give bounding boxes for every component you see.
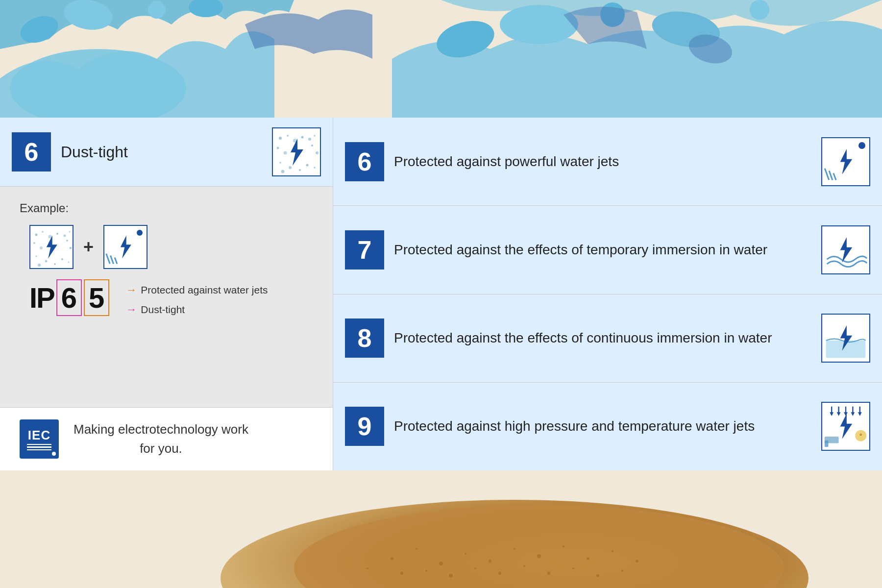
svg-point-43 [277,147,279,149]
ip-row-text-7: Protected against the effects of tempora… [394,241,811,259]
svg-point-34 [572,567,574,569]
dust-number: 6 [24,137,39,167]
svg-point-62 [66,240,68,242]
plus-sign: + [83,237,94,257]
svg-point-17 [439,562,443,565]
ip-row-text-6: Protected against powerful water jets [394,152,811,171]
arrow-label-2: Dust-tight [141,304,185,316]
top-splash-area [0,0,882,118]
ip-row-icon-7 [821,225,870,274]
svg-point-37 [279,137,282,140]
svg-point-7 [500,5,578,44]
svg-point-54 [35,234,38,236]
example-icons-row: + [29,225,313,269]
water-dot [137,230,143,236]
right-number-9: 9 [345,407,384,446]
svg-point-21 [537,554,541,558]
svg-point-24 [612,550,613,552]
svg-point-57 [56,233,58,235]
svg-point-23 [587,557,589,560]
svg-point-27 [400,572,403,575]
iec-logo: IEC [20,419,59,459]
example-water-icon [103,225,147,269]
svg-point-55 [42,231,44,233]
svg-point-38 [287,135,289,137]
svg-marker-72 [840,149,853,174]
svg-point-10 [750,0,769,20]
svg-point-22 [563,545,564,547]
svg-point-50 [314,167,316,169]
iec-tagline: Making electrotechnology work for you. [74,420,248,458]
svg-point-18 [465,553,466,555]
svg-point-68 [38,264,41,267]
svg-point-30 [474,567,476,569]
svg-marker-85 [858,413,862,416]
right-number-6: 6 [345,142,384,181]
dust-icon-box [272,127,321,176]
right-badge-6: 6 [358,147,372,176]
svg-point-19 [489,560,491,563]
arrow-row-2: → Dust-tight [126,303,268,316]
svg-point-32 [523,565,525,567]
svg-point-66 [61,258,63,260]
svg-point-52 [299,169,301,171]
svg-point-46 [316,151,318,154]
svg-point-65 [45,260,48,263]
svg-point-29 [449,574,453,578]
svg-point-59 [69,231,71,233]
ip-text: IP [29,281,54,314]
svg-point-58 [64,235,66,237]
svg-marker-73 [840,237,853,263]
svg-point-28 [425,570,427,572]
svg-marker-90 [840,414,853,439]
svg-marker-75 [840,325,853,351]
iec-footer: IEC Making electrotechnology work for yo… [0,407,333,470]
pink-arrow-icon: → [126,303,137,316]
ip-row-9: 9 Protected against high pressure and te… [333,383,882,470]
svg-marker-53 [291,139,303,166]
ip-arrows: → Protected against water jets → Dust-ti… [126,279,268,316]
iec-logo-dot [52,452,56,456]
left-panel: 6 Dust-tight [0,118,333,470]
svg-point-31 [498,572,501,575]
iec-logo-text: IEC [28,428,50,443]
right-number-7: 7 [345,230,384,270]
svg-point-26 [367,567,368,569]
svg-point-41 [308,138,311,141]
dust-tight-row: 6 Dust-tight [0,118,333,187]
svg-point-36 [621,570,623,572]
svg-point-16 [416,548,417,550]
right-badge-7: 7 [358,235,372,265]
arrow-label-1: Protected against water jets [141,284,268,296]
svg-point-49 [306,164,309,167]
ip-row-8: 8 Protected against the effects of conti… [333,294,882,383]
svg-point-60 [33,242,35,244]
svg-marker-77 [830,413,833,416]
dust-number-badge: 6 [12,132,51,172]
example-dust-icon [29,225,74,269]
ip-row-6: 6 Protected against powerful water jets [333,118,882,206]
right-badge-8: 8 [358,323,372,353]
svg-marker-71 [121,236,131,259]
svg-point-61 [40,246,43,249]
svg-point-4 [148,1,166,19]
svg-point-45 [311,145,313,147]
svg-point-20 [514,548,515,550]
svg-point-64 [35,255,37,257]
ip-row-text-9: Protected against high pressure and temp… [394,417,811,436]
ip-row-icon-6 [821,137,870,186]
bottom-sand-area [0,470,882,588]
main-content: 6 Dust-tight [0,118,882,470]
right-badge-9: 9 [358,412,372,441]
svg-point-67 [68,261,70,263]
svg-point-47 [279,162,281,164]
ip-row-7: 7 Protected against the effects of tempo… [333,206,882,294]
svg-point-35 [596,574,599,577]
svg-point-42 [314,135,316,137]
svg-point-48 [289,166,292,169]
ip-row-text-8: Protected against the effects of continu… [394,329,811,347]
ip-code-display: IP 6 5 → Protected against water jets → … [29,279,313,316]
svg-rect-87 [825,441,829,447]
example-label: Example: [20,201,313,215]
ip-row-icon-8 [821,314,870,363]
